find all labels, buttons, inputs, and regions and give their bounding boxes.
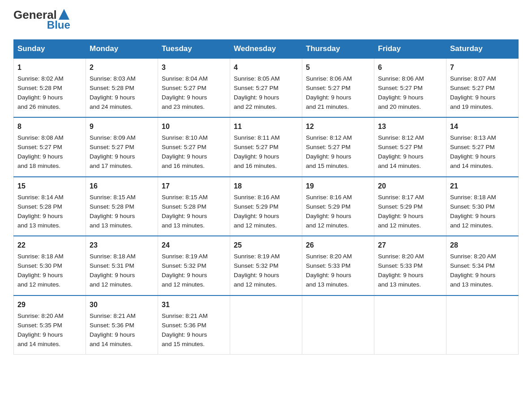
calendar-cell: 25Sunrise: 8:19 AMSunset: 5:32 PMDayligh… [230,236,302,295]
calendar-cell: 11Sunrise: 8:11 AMSunset: 5:27 PMDayligh… [230,117,302,176]
day-number: 1 [17,62,82,73]
calendar-cell [374,295,446,355]
day-number: 6 [378,62,442,73]
calendar-cell: 28Sunrise: 8:20 AMSunset: 5:34 PMDayligh… [446,236,519,295]
weekday-header-wednesday: Wednesday [230,40,302,59]
calendar-cell: 26Sunrise: 8:20 AMSunset: 5:33 PMDayligh… [302,236,374,295]
calendar-cell: 22Sunrise: 8:18 AMSunset: 5:30 PMDayligh… [14,236,86,295]
day-number: 19 [306,181,370,192]
day-number: 28 [450,240,515,251]
page-header: General Blue [13,9,519,31]
calendar-cell: 7Sunrise: 8:07 AMSunset: 5:27 PMDaylight… [446,58,519,117]
day-number: 8 [17,121,82,133]
day-number: 10 [162,121,226,133]
calendar-cell: 15Sunrise: 8:14 AMSunset: 5:28 PMDayligh… [14,177,86,236]
calendar-cell: 24Sunrise: 8:19 AMSunset: 5:32 PMDayligh… [158,236,230,295]
calendar-cell [446,295,519,355]
day-number: 13 [378,121,442,133]
calendar-week-2: 8Sunrise: 8:08 AMSunset: 5:27 PMDaylight… [14,117,519,176]
day-number: 26 [306,240,370,251]
day-number: 23 [90,240,154,251]
day-number: 17 [162,181,226,192]
calendar-cell: 20Sunrise: 8:17 AMSunset: 5:29 PMDayligh… [374,177,446,236]
calendar-cell: 23Sunrise: 8:18 AMSunset: 5:31 PMDayligh… [86,236,158,295]
logo: General Blue [13,9,70,31]
weekday-header-friday: Friday [374,40,446,59]
calendar-cell: 21Sunrise: 8:18 AMSunset: 5:30 PMDayligh… [446,177,519,236]
calendar-cell: 30Sunrise: 8:21 AMSunset: 5:36 PMDayligh… [86,295,158,355]
weekday-header-saturday: Saturday [446,40,519,59]
day-number: 24 [162,240,226,251]
calendar-cell: 14Sunrise: 8:13 AMSunset: 5:27 PMDayligh… [446,117,519,176]
calendar-cell: 18Sunrise: 8:16 AMSunset: 5:29 PMDayligh… [230,177,302,236]
calendar-cell: 13Sunrise: 8:12 AMSunset: 5:27 PMDayligh… [374,117,446,176]
day-number: 9 [90,121,154,133]
calendar-cell: 10Sunrise: 8:10 AMSunset: 5:27 PMDayligh… [158,117,230,176]
day-number: 29 [17,300,82,311]
svg-marker-0 [59,9,69,20]
calendar-cell: 1Sunrise: 8:02 AMSunset: 5:28 PMDaylight… [14,58,86,117]
day-number: 3 [162,62,226,73]
day-number: 14 [450,121,515,133]
calendar-week-4: 22Sunrise: 8:18 AMSunset: 5:30 PMDayligh… [14,236,519,295]
calendar-cell: 29Sunrise: 8:20 AMSunset: 5:35 PMDayligh… [14,295,86,355]
day-number: 5 [306,62,370,73]
calendar-week-1: 1Sunrise: 8:02 AMSunset: 5:28 PMDaylight… [14,58,519,117]
calendar-table: SundayMondayTuesdayWednesdayThursdayFrid… [13,39,519,355]
day-number: 25 [234,240,298,251]
day-number: 16 [90,181,154,192]
calendar-header: SundayMondayTuesdayWednesdayThursdayFrid… [14,40,519,59]
calendar-cell: 5Sunrise: 8:06 AMSunset: 5:27 PMDaylight… [302,58,374,117]
calendar-cell [302,295,374,355]
day-number: 30 [90,300,154,311]
calendar-cell: 2Sunrise: 8:03 AMSunset: 5:28 PMDaylight… [86,58,158,117]
logo-blue: Blue [47,19,70,31]
day-number: 20 [378,181,442,192]
weekday-header-monday: Monday [86,40,158,59]
calendar-week-3: 15Sunrise: 8:14 AMSunset: 5:28 PMDayligh… [14,177,519,236]
calendar-cell: 8Sunrise: 8:08 AMSunset: 5:27 PMDaylight… [14,117,86,176]
calendar-cell: 3Sunrise: 8:04 AMSunset: 5:27 PMDaylight… [158,58,230,117]
day-number: 7 [450,62,515,73]
calendar-cell [230,295,302,355]
weekday-header-tuesday: Tuesday [158,40,230,59]
day-number: 22 [17,240,82,251]
day-number: 27 [378,240,442,251]
calendar-cell: 16Sunrise: 8:15 AMSunset: 5:28 PMDayligh… [86,177,158,236]
day-number: 31 [162,300,226,311]
calendar-body: 1Sunrise: 8:02 AMSunset: 5:28 PMDaylight… [14,58,519,355]
weekday-header-sunday: Sunday [14,40,86,59]
calendar-cell: 19Sunrise: 8:16 AMSunset: 5:29 PMDayligh… [302,177,374,236]
day-number: 21 [450,181,515,192]
calendar-cell: 6Sunrise: 8:06 AMSunset: 5:27 PMDaylight… [374,58,446,117]
weekday-header-thursday: Thursday [302,40,374,59]
calendar-cell: 4Sunrise: 8:05 AMSunset: 5:27 PMDaylight… [230,58,302,117]
calendar-cell: 31Sunrise: 8:21 AMSunset: 5:36 PMDayligh… [158,295,230,355]
calendar-cell: 9Sunrise: 8:09 AMSunset: 5:27 PMDaylight… [86,117,158,176]
day-number: 15 [17,181,82,192]
day-number: 18 [234,181,298,192]
day-number: 12 [306,121,370,133]
day-number: 11 [234,121,298,133]
calendar-cell: 12Sunrise: 8:12 AMSunset: 5:27 PMDayligh… [302,117,374,176]
day-number: 4 [234,62,298,73]
day-number: 2 [90,62,154,73]
calendar-week-5: 29Sunrise: 8:20 AMSunset: 5:35 PMDayligh… [14,295,519,355]
calendar-cell: 27Sunrise: 8:20 AMSunset: 5:33 PMDayligh… [374,236,446,295]
calendar-cell: 17Sunrise: 8:15 AMSunset: 5:28 PMDayligh… [158,177,230,236]
